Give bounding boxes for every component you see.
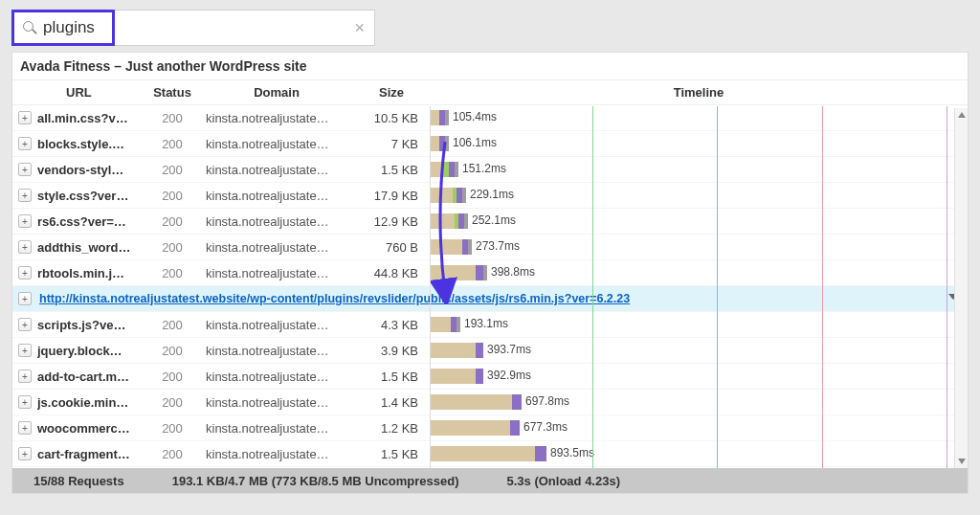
expand-icon[interactable]: + <box>18 292 32 305</box>
request-url[interactable]: style.css?ver… <box>37 189 145 203</box>
expand-icon[interactable]: + <box>18 189 32 202</box>
request-size: 760 B <box>353 240 430 255</box>
timeline-cell: 252.1ms <box>430 209 968 234</box>
timeline-cell: 893.5ms <box>430 441 968 466</box>
request-size: 1.2 KB <box>353 421 430 436</box>
table-body: +all.min.css?v…200kinsta.notrealjustate…… <box>12 105 968 493</box>
request-status: 200 <box>145 240 200 255</box>
search-icon <box>22 20 37 35</box>
request-status: 200 <box>145 111 200 125</box>
expand-icon[interactable]: + <box>18 163 32 176</box>
request-domain: kinsta.notrealjustate… <box>200 344 353 358</box>
request-url[interactable]: blocks.style.… <box>37 137 145 151</box>
request-url[interactable]: rbtools.min.j… <box>37 266 145 280</box>
selected-request-url[interactable]: http://kinsta.notrealjustatest.website/w… <box>37 292 630 305</box>
request-url[interactable]: jquery.block… <box>37 344 145 358</box>
expand-icon[interactable]: + <box>18 344 32 357</box>
table-row[interactable]: +rbtools.min.j…200kinsta.notrealjustate…… <box>12 260 968 286</box>
timeline-cell: 392.9ms <box>430 364 968 389</box>
timing-label: 105.4ms <box>453 110 497 123</box>
expand-icon[interactable]: + <box>18 266 32 280</box>
request-size: 10.5 KB <box>353 111 430 125</box>
table-row[interactable]: +js.cookie.min…200kinsta.notrealjustate…… <box>12 390 968 415</box>
timing-label: 392.9ms <box>487 369 531 382</box>
timing-label: 697.8ms <box>525 394 569 408</box>
expand-icon[interactable]: + <box>18 318 32 331</box>
request-domain: kinsta.notrealjustate… <box>200 395 353 410</box>
request-domain: kinsta.notrealjustate… <box>200 111 353 125</box>
request-url[interactable]: addthis_word… <box>37 240 145 255</box>
request-status: 200 <box>145 395 200 410</box>
request-domain: kinsta.notrealjustate… <box>200 447 353 461</box>
status-bar: 15/88 Requests 193.1 KB/4.7 MB (773 KB/8… <box>12 468 968 493</box>
expand-icon[interactable]: + <box>18 395 32 409</box>
request-url[interactable]: all.min.css?v… <box>37 111 145 125</box>
table-row[interactable]: +rs6.css?ver=…200kinsta.notrealjustate…1… <box>12 209 968 235</box>
request-url[interactable]: add-to-cart.m… <box>37 369 145 384</box>
request-url[interactable]: scripts.js?ve… <box>37 318 145 332</box>
request-url[interactable]: vendors-styl… <box>37 163 145 177</box>
request-domain: kinsta.notrealjustate… <box>200 214 353 229</box>
expand-icon[interactable]: + <box>18 137 32 150</box>
col-status[interactable]: Status <box>145 85 200 100</box>
expand-icon[interactable]: + <box>18 369 32 383</box>
search-input-value: plugins <box>43 18 95 37</box>
col-url[interactable]: URL <box>12 85 145 100</box>
table-row[interactable]: +all.min.css?v…200kinsta.notrealjustate…… <box>12 105 968 131</box>
table-row[interactable]: +blocks.style.…200kinsta.notrealjustate…… <box>12 131 968 157</box>
request-status: 200 <box>145 189 200 203</box>
timeline-cell: 398.8ms <box>430 260 968 285</box>
scroll-down-icon[interactable] <box>958 459 966 464</box>
expand-icon[interactable]: + <box>18 240 32 254</box>
request-url[interactable]: cart-fragment… <box>37 447 145 461</box>
table-row[interactable]: +woocommerc…200kinsta.notrealjustate…1.2… <box>12 415 968 441</box>
table-row[interactable]: +scripts.js?ve…200kinsta.notrealjustate…… <box>12 312 968 338</box>
request-domain: kinsta.notrealjustate… <box>200 137 353 151</box>
request-size: 1.5 KB <box>353 163 430 177</box>
request-domain: kinsta.notrealjustate… <box>200 266 353 280</box>
expand-icon[interactable]: + <box>18 111 32 124</box>
request-domain: kinsta.notrealjustate… <box>200 318 353 332</box>
col-domain[interactable]: Domain <box>200 85 353 100</box>
scroll-up-icon[interactable] <box>958 112 966 118</box>
request-url[interactable]: js.cookie.min… <box>37 395 145 410</box>
table-header: URL Status Domain Size Timeline <box>12 80 968 105</box>
expand-icon[interactable]: + <box>18 421 32 435</box>
expand-icon[interactable]: + <box>18 214 32 228</box>
request-count: 15/88 Requests <box>33 474 124 488</box>
timeline-cell: 193.1ms <box>430 312 968 337</box>
timeline-cell: 106.1ms <box>430 131 968 156</box>
timing-label: 252.1ms <box>472 213 516 227</box>
request-domain: kinsta.notrealjustate… <box>200 189 353 203</box>
request-domain: kinsta.notrealjustate… <box>200 163 353 177</box>
table-row[interactable]: +add-to-cart.m…200kinsta.notrealjustate…… <box>12 364 968 390</box>
table-row[interactable]: +http://kinsta.notrealjustatest.website/… <box>12 286 968 312</box>
timing-label: 398.8ms <box>491 265 535 279</box>
table-row[interactable]: +style.css?ver…200kinsta.notrealjustate…… <box>12 183 968 209</box>
timeline-cell: 393.7ms <box>430 338 968 363</box>
table-row[interactable]: +jquery.block…200kinsta.notrealjustate…3… <box>12 338 968 364</box>
request-status: 200 <box>145 421 200 436</box>
table-row[interactable]: +vendors-styl…200kinsta.notrealjustate…1… <box>12 157 968 183</box>
table-row[interactable]: +cart-fragment…200kinsta.notrealjustate…… <box>12 441 968 467</box>
expand-icon[interactable]: + <box>18 447 32 460</box>
clear-search-icon[interactable]: × <box>354 18 365 38</box>
request-size: 1.5 KB <box>353 447 430 461</box>
request-status: 200 <box>145 137 200 151</box>
col-timeline[interactable]: Timeline <box>430 85 968 100</box>
vertical-scrollbar[interactable] <box>954 108 968 468</box>
col-size[interactable]: Size <box>353 85 430 100</box>
request-url[interactable]: rs6.css?ver=… <box>37 214 145 229</box>
page-title: Avada Fitness – Just another WordPress s… <box>12 53 968 80</box>
request-status: 200 <box>145 344 200 358</box>
search-box[interactable]: plugins × <box>11 10 375 46</box>
table-row[interactable]: +addthis_word…200kinsta.notrealjustate…7… <box>12 235 968 260</box>
request-size: 3.9 KB <box>353 344 430 358</box>
timing-label: 273.7ms <box>476 239 520 253</box>
request-status: 200 <box>145 369 200 384</box>
request-size: 1.4 KB <box>353 395 430 410</box>
timeline-cell: 697.8ms <box>430 390 968 414</box>
request-status: 200 <box>145 214 200 229</box>
request-status: 200 <box>145 163 200 177</box>
request-url[interactable]: woocommerc… <box>37 421 145 436</box>
